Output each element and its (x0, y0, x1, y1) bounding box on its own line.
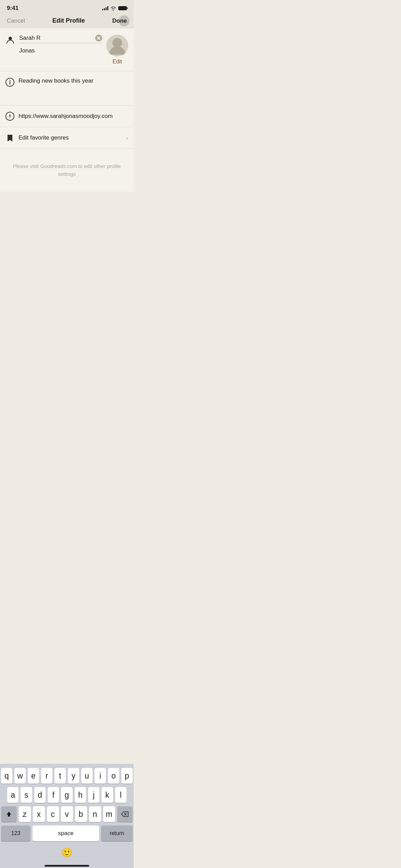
wifi-icon (110, 6, 116, 11)
status-bar: 9:41 (0, 0, 134, 14)
svg-point-7 (10, 80, 11, 81)
status-icons (102, 6, 127, 11)
bio-section (0, 71, 134, 106)
svg-point-1 (95, 35, 102, 41)
svg-point-11 (10, 116, 11, 117)
form-area: Jonas Edit (0, 28, 134, 192)
bookmark-icon (5, 133, 14, 142)
chevron-right-icon: › (126, 134, 128, 142)
page-title: Edit Profile (52, 17, 85, 24)
svg-point-4 (112, 38, 122, 48)
last-name-display: Jonas (19, 47, 102, 55)
avatar-edit-button[interactable]: Edit (112, 59, 122, 65)
signal-icon (102, 6, 108, 10)
genres-label: Edit favorite genres (19, 134, 122, 141)
name-section: Jonas Edit (0, 28, 134, 71)
clear-name-button[interactable] (95, 35, 102, 41)
battery-icon (118, 6, 127, 10)
done-button[interactable]: Done (112, 17, 127, 24)
avatar-area: Edit (106, 35, 128, 65)
info-icon (5, 78, 14, 87)
status-time: 9:41 (7, 5, 19, 12)
done-button-container[interactable]: Done (112, 17, 127, 24)
bio-input[interactable] (19, 77, 128, 98)
first-name-row (19, 35, 102, 43)
nav-bar: Cancel Edit Profile Done (0, 14, 134, 28)
first-name-input[interactable] (19, 35, 93, 41)
svg-point-0 (9, 37, 12, 40)
name-fields: Jonas (19, 35, 102, 55)
avatar[interactable] (106, 35, 128, 57)
compass-icon (5, 112, 14, 121)
website-input[interactable] (19, 113, 128, 120)
footer-note: Please visit Goodreads.com to edit other… (0, 149, 134, 192)
genres-section[interactable]: Edit favorite genres › (0, 127, 134, 149)
person-icon (5, 35, 15, 45)
footer-note-text: Please visit Goodreads.com to edit other… (10, 162, 123, 178)
website-section (0, 106, 134, 127)
cancel-button[interactable]: Cancel (7, 17, 25, 24)
